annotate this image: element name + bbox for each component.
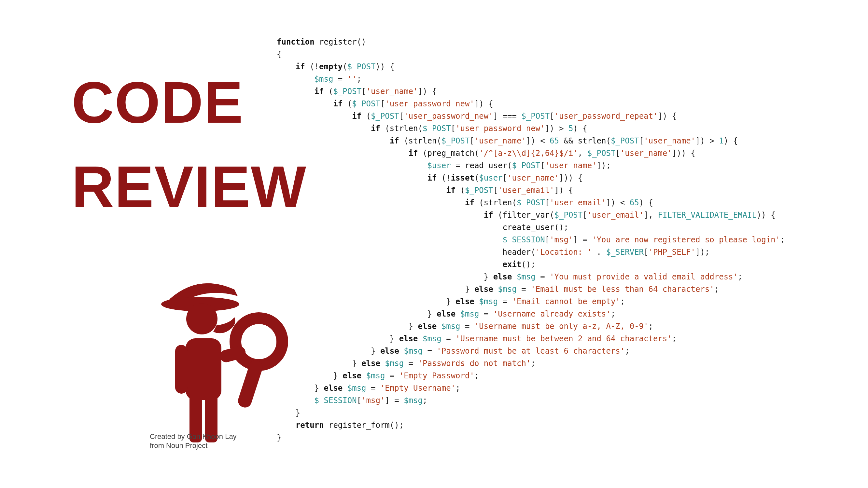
- code-token: (: [362, 111, 371, 121]
- code-line: } else $msg = 'Email must be less than 6…: [277, 285, 719, 294]
- code-token: else: [493, 272, 512, 282]
- code-token: [: [493, 186, 498, 195]
- code-token: 'PHP_SELF': [649, 248, 696, 257]
- code-token: $msg: [385, 359, 404, 368]
- code-line: if (strlen($_POST['user_name']) < 65 && …: [277, 136, 738, 145]
- code-token: ]) >: [545, 124, 568, 133]
- code-token: create_user: [503, 223, 555, 232]
- code-token: [474, 297, 479, 306]
- code-token: return: [296, 421, 324, 430]
- code-line: header('Location: ' . $_SERVER['PHP_SELF…: [277, 248, 709, 257]
- code-token: [: [362, 87, 366, 96]
- svg-rect-3: [236, 359, 265, 409]
- code-token: (: [493, 210, 503, 220]
- code-token: else: [456, 297, 474, 306]
- code-token: ;: [625, 347, 629, 356]
- code-token: [: [550, 111, 554, 121]
- code-token: =: [404, 359, 418, 368]
- code-token: ]) <: [526, 136, 550, 145]
- code-line: }: [277, 408, 300, 417]
- code-line: } else $msg = 'Username must be only a-z…: [277, 322, 653, 331]
- code-token: ;: [531, 359, 535, 368]
- code-token: $user: [427, 161, 451, 170]
- code-token: read_user: [465, 161, 507, 170]
- code-token: $_SESSION: [314, 396, 357, 405]
- code-token: register: [319, 37, 357, 46]
- code-token: empty: [319, 62, 342, 71]
- code-token: }: [314, 384, 324, 393]
- code-line: } else $msg = 'Empty Username';: [277, 384, 460, 393]
- code-token: [: [545, 235, 550, 244]
- code-line: if (!isset($user['user_name'])) {: [277, 173, 583, 183]
- code-token: $msg: [366, 371, 385, 380]
- code-token: strlen: [484, 198, 512, 207]
- code-token: =: [333, 74, 347, 84]
- code-token: 'user_email': [550, 198, 606, 207]
- code-token: (: [474, 173, 479, 183]
- code-token: 5: [568, 124, 573, 133]
- code-token: 1: [719, 136, 723, 145]
- code-token: [512, 272, 516, 282]
- code-token: =: [451, 161, 465, 170]
- code-token: ],: [644, 210, 658, 220]
- code-token: 65: [550, 136, 559, 145]
- code-token: 'Username must be only a-z, A-Z, 0-9': [474, 322, 649, 331]
- code-token: $msg: [498, 285, 517, 294]
- code-token: [: [583, 210, 587, 220]
- code-token: [: [615, 149, 620, 158]
- code-token: $_POST: [521, 111, 550, 121]
- code-token: $_POST: [441, 136, 470, 145]
- code-token: (: [474, 198, 484, 207]
- code-token: 'Empty Username': [380, 384, 456, 393]
- code-token: =: [460, 322, 474, 331]
- code-token: $_POST: [512, 161, 540, 170]
- code-line: $_SESSION['msg'] = 'You are now register…: [277, 235, 785, 244]
- code-token: 'Username already exists': [493, 310, 611, 319]
- code-block: function register() { if (!empty($_POST)…: [277, 36, 785, 444]
- code-line: if ($_POST['user_password_new']) {: [277, 99, 493, 108]
- code-token: [437, 322, 441, 331]
- code-line: } else $msg = 'Passwords do not match';: [277, 359, 535, 368]
- code-token: [493, 285, 498, 294]
- code-token: register_form: [329, 421, 390, 430]
- code-token: preg_match: [427, 149, 474, 158]
- code-token: 'user_password_new': [456, 124, 545, 133]
- code-line: function register(): [277, 37, 366, 46]
- code-token: [314, 37, 319, 46]
- code-line: if ($_POST['user_password_new'] === $_PO…: [277, 111, 677, 121]
- code-token: 'user_name': [620, 149, 672, 158]
- code-token: 'Email must be less than 64 characters': [531, 285, 714, 294]
- code-token: ]) <: [606, 198, 629, 207]
- code-token: ;: [456, 384, 460, 393]
- code-token: ]) {: [418, 87, 437, 96]
- code-token: 'Email cannot be empty': [512, 297, 620, 306]
- code-token: }: [371, 347, 380, 356]
- code-token: $msg: [441, 322, 460, 331]
- code-line: if ($_POST['user_name']) {: [277, 87, 437, 96]
- code-token: else: [474, 285, 493, 294]
- code-token: ) {: [724, 136, 738, 145]
- code-token: ;: [738, 272, 742, 282]
- code-token: if: [333, 99, 342, 108]
- code-line: if (strlen($_POST['user_password_new']) …: [277, 124, 587, 133]
- code-token: ;: [649, 322, 653, 331]
- code-token: else: [437, 310, 456, 319]
- code-token: [456, 310, 460, 319]
- code-token: 'user_name': [366, 87, 418, 96]
- code-token: [380, 359, 385, 368]
- code-token: [: [644, 248, 648, 257]
- code-token: }: [427, 310, 437, 319]
- code-token: }: [333, 371, 342, 380]
- code-token: '/^[a-z\\d]{2,64}$/i': [479, 149, 578, 158]
- code-token: ;: [474, 371, 479, 380]
- code-token: if: [296, 62, 305, 71]
- code-token: else: [342, 371, 362, 380]
- code-token: 'msg': [362, 396, 385, 405]
- code-token: 'Passwords do not match': [418, 359, 531, 368]
- code-token: if: [484, 210, 493, 220]
- code-token: $_POST: [555, 210, 583, 220]
- code-token: ])) {: [559, 173, 583, 183]
- code-token: else: [399, 334, 418, 343]
- code-token: ;: [611, 310, 615, 319]
- code-token: [: [540, 161, 545, 170]
